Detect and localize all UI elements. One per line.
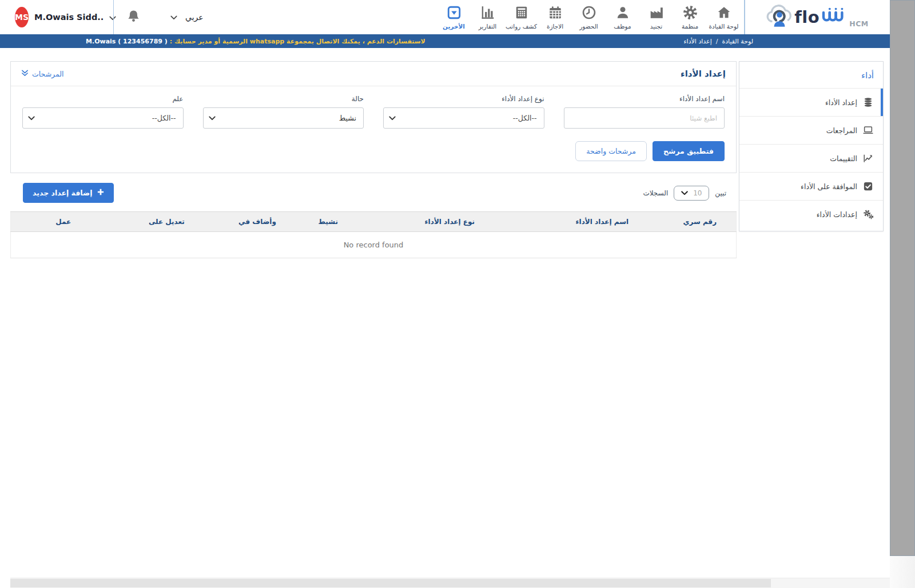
nav-item-organization[interactable]: منظمة [673, 5, 707, 30]
records-label: السجلات [643, 189, 668, 197]
column-header-active: نشيط [297, 212, 359, 232]
calendar-icon [548, 5, 563, 21]
filters-toggle[interactable]: المرشحات [21, 70, 64, 78]
horizontal-scrollbar-thumb[interactable] [10, 579, 771, 587]
sidebar-title: أداء [739, 62, 883, 88]
support-message: لاستفسارات الدعم ، يمكنك الاتصال بمجموعة… [86, 34, 425, 48]
nav-item-others[interactable]: الأخرين [437, 5, 471, 30]
sidebar-item-performance-setup[interactable]: إعداد الأداء [739, 88, 883, 116]
logo-text: flo [794, 7, 819, 27]
filters-panel: إعداد الأداء المرشحات اسم إعداد الأداء ن… [10, 61, 737, 173]
notice-bar: لاستفسارات الدعم ، يمكنك الاتصال بمجموعة… [0, 34, 890, 48]
nav-item-employee[interactable]: موظف [606, 5, 639, 30]
chart-line-icon [862, 153, 874, 163]
home-icon [717, 5, 731, 21]
chevron-down-icon [209, 116, 216, 121]
gear-icon [683, 5, 698, 21]
flag-select[interactable]: --الكل-- [22, 107, 184, 129]
others-icon [447, 5, 462, 21]
nav-item-payroll[interactable]: كشف رواتب [504, 5, 538, 30]
column-header-modified-on: تعديل على [116, 212, 218, 232]
add-new-setup-button[interactable]: إضافة إعداد جديد [23, 183, 114, 203]
filter-field-flag: علم --الكل-- [22, 95, 184, 129]
chevron-down-icon [28, 116, 35, 121]
sidebar: أداء إعداد الأداء المراجعات التقييمات ال… [739, 61, 884, 231]
header-divider [113, 0, 114, 34]
chevron-down-icon [681, 189, 688, 197]
filter-label: حالة [203, 95, 364, 103]
bell-icon [126, 9, 141, 26]
sidebar-item-performance-settings[interactable]: إعدادات الأداء [739, 200, 883, 229]
monitor-icon [862, 125, 874, 135]
main-nav: لوحة القيادة منظمة تجنيد موظف الحضور [437, 0, 741, 34]
calculator-icon [514, 5, 529, 21]
support-text: لاستفسارات الدعم ، يمكنك الاتصال بمجموعة… [170, 38, 425, 45]
language-label: عربي [185, 13, 204, 22]
column-header-setup-name: اسم إعداد الأداء [540, 212, 664, 232]
top-header: MS M.Owais Sidd.. عربي لوحة القيادة منظم… [0, 0, 890, 34]
column-header-serial: رقم سري [664, 212, 737, 232]
nav-item-recruitment[interactable]: تجنيد [639, 5, 673, 30]
clock-icon [582, 5, 596, 21]
check-square-icon [862, 181, 874, 191]
column-header-added-on: وأضاف في [217, 212, 297, 232]
records-panel: تبين 10 السجلات إضافة إعداد جديد رقم سري [10, 177, 737, 258]
page-title: إعداد الأداء [681, 69, 726, 79]
nav-item-attendance[interactable]: الحضور [572, 5, 606, 30]
performance-setup-type-select[interactable]: --الكل-- [383, 107, 544, 129]
app-logo[interactable]: flo HCM [745, 0, 890, 34]
status-select[interactable]: نشيط [203, 107, 364, 129]
breadcrumb: لوحة القيادة / إعداد الأداء [683, 34, 753, 48]
filter-label: علم [22, 95, 184, 103]
double-chevron-down-icon [21, 70, 29, 78]
column-header-action: عمل [11, 212, 116, 232]
support-contact: M.Owais ( 123456789 ) [86, 38, 168, 45]
nav-item-reports[interactable]: التقارير [471, 5, 504, 30]
sidebar-item-reviews[interactable]: المراجعات [739, 116, 883, 144]
gears-icon [862, 209, 874, 220]
vertical-scrollbar-thumb[interactable] [890, 0, 915, 556]
table-header-row: رقم سري اسم إعداد الأداء نوع إعداد الأدا… [11, 212, 737, 232]
plus-icon [97, 189, 104, 197]
column-header-setup-type: نوع إعداد الأداء [359, 212, 540, 232]
logo-cloud-icon [766, 4, 793, 30]
vertical-scrollbar[interactable] [890, 0, 915, 588]
breadcrumb-current: إعداد الأداء [683, 38, 711, 45]
bar-chart-icon [480, 5, 495, 21]
sidebar-item-evaluations[interactable]: التقييمات [739, 144, 883, 172]
records-table: رقم سري اسم إعداد الأداء نوع إعداد الأدا… [10, 211, 737, 258]
filter-label: اسم إعداد الأداء [564, 95, 725, 103]
factory-icon [649, 5, 664, 21]
notifications-button[interactable] [126, 9, 141, 26]
user-menu[interactable]: MS M.Owais Sidd.. [0, 7, 113, 27]
filter-field-status: حالة نشيط [203, 95, 364, 129]
performance-setup-name-input[interactable] [564, 107, 725, 129]
horizontal-scrollbar[interactable] [10, 578, 890, 588]
filter-field-type: نوع إعداد الأداء --الكل-- [383, 95, 544, 129]
nav-item-leave[interactable]: الاجازة [538, 5, 572, 30]
page-size-control: تبين 10 السجلات [643, 186, 726, 201]
table-row: No record found [11, 232, 737, 258]
page-size-select[interactable]: 10 [674, 186, 709, 201]
breadcrumb-separator: / [716, 38, 718, 45]
breadcrumb-dashboard[interactable]: لوحة القيادة [722, 38, 753, 45]
user-icon [615, 5, 630, 21]
avatar[interactable]: MS [15, 7, 29, 27]
nav-item-dashboard[interactable]: لوحة القيادة [707, 5, 741, 30]
clear-filters-button[interactable]: مرشحات واضحة [575, 141, 647, 161]
database-icon [862, 97, 874, 107]
logo-suffix: HCM [849, 19, 869, 28]
sidebar-item-performance-approval[interactable]: الموافقة على الأداء [739, 172, 883, 200]
apply-filter-button[interactable]: فتطبيق مرشح [653, 141, 725, 161]
language-selector[interactable]: عربي [170, 13, 204, 22]
chevron-down-icon [170, 13, 177, 22]
logo-wave-icon [821, 7, 848, 27]
chevron-down-icon [389, 116, 396, 121]
filter-field-name: اسم إعداد الأداء [564, 95, 725, 129]
user-name: M.Owais Sidd.. [34, 13, 104, 22]
filter-label: نوع إعداد الأداء [383, 95, 544, 103]
empty-state: No record found [11, 232, 737, 258]
show-label: تبين [715, 189, 726, 197]
